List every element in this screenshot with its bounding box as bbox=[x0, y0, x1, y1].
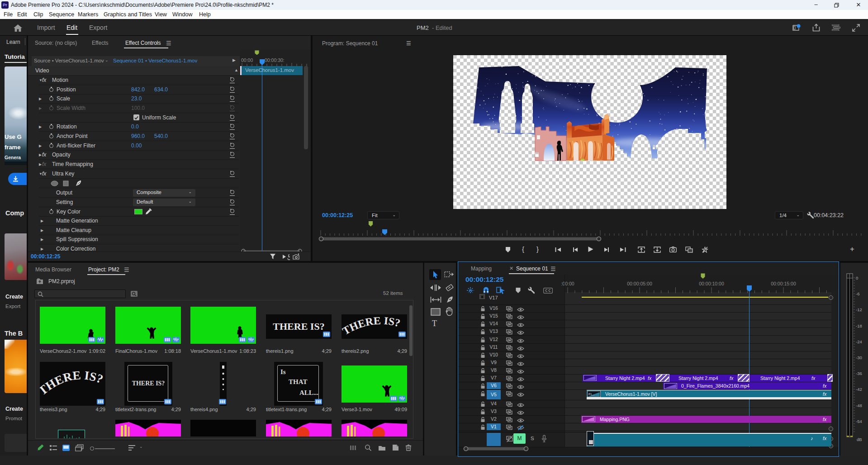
svg-text:THERE IS?: THERE IS? bbox=[40, 368, 105, 398]
svg-text:THERE IS?: THERE IS? bbox=[342, 315, 402, 337]
svg-text:Fi...: Fi... bbox=[588, 392, 594, 396]
